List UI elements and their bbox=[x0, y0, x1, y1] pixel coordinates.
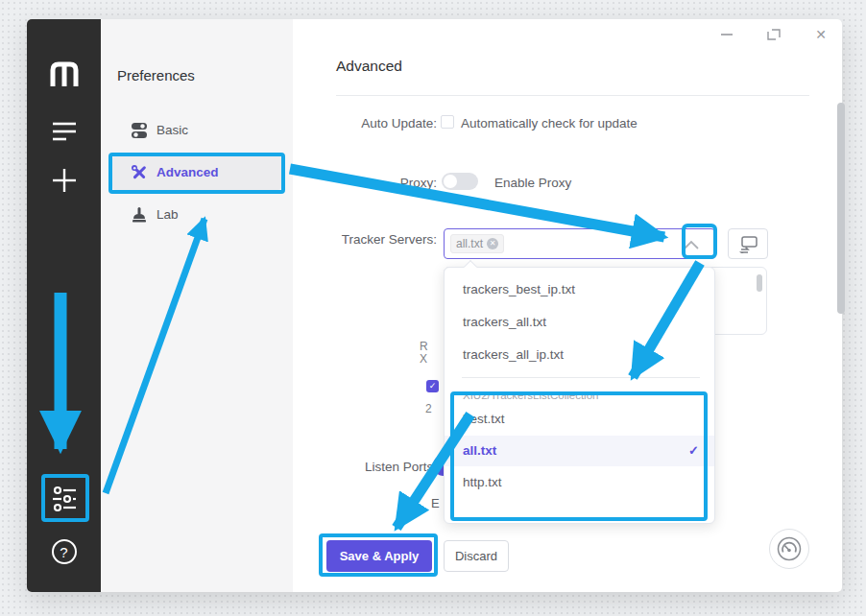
minimize-button[interactable] bbox=[718, 27, 735, 42]
lab-stamp-icon bbox=[130, 205, 149, 225]
title-divider bbox=[336, 95, 809, 96]
selected-tracker-tag: all.txt ✕ bbox=[450, 234, 504, 253]
speedometer-icon bbox=[777, 536, 802, 561]
nav-item-lab[interactable]: Lab bbox=[112, 198, 281, 232]
desktop-background: { "window": { "controls": { "minimize": … bbox=[0, 0, 866, 616]
auto-update-checkbox[interactable] bbox=[441, 115, 454, 129]
dropdown-group-label: XIU2/TrackersListCollection bbox=[445, 378, 714, 403]
tracker-select-dropdown: trackers_best_ip.txt trackers_all.txt tr… bbox=[444, 267, 715, 524]
hidden-text-fragment: X bbox=[420, 352, 427, 366]
motrix-logo-icon bbox=[48, 59, 81, 88]
nav-item-basic[interactable]: Basic bbox=[112, 113, 281, 148]
discard-button[interactable]: Discard bbox=[444, 540, 509, 572]
advanced-tools-icon bbox=[130, 163, 149, 182]
tracker-servers-label: Tracker Servers: bbox=[293, 232, 437, 247]
preferences-sliders-icon[interactable] bbox=[50, 486, 79, 512]
option-label: all.txt bbox=[463, 443, 496, 458]
tag-close-icon[interactable]: ✕ bbox=[487, 238, 498, 249]
hidden-checked-checkbox: ✓ bbox=[426, 380, 439, 392]
update-trackers-button[interactable] bbox=[728, 228, 768, 259]
preferences-nav-panel: Preferences Basic Advanced bbox=[101, 19, 293, 592]
sync-trackers-icon bbox=[739, 236, 758, 253]
tag-label: all.txt bbox=[456, 237, 483, 250]
nav-item-advanced[interactable]: Advanced bbox=[112, 155, 281, 190]
listen-ports-label: Listen Ports: bbox=[293, 460, 437, 474]
help-icon[interactable]: ? bbox=[52, 539, 77, 564]
textarea-scrollbar-thumb[interactable] bbox=[757, 274, 762, 292]
page-title: Advanced bbox=[336, 58, 402, 75]
save-apply-button[interactable]: Save & Apply bbox=[326, 540, 432, 572]
tracker-servers-select[interactable]: all.txt ✕ bbox=[444, 228, 715, 259]
dropdown-option-selected[interactable]: all.txt ✓ bbox=[445, 436, 714, 466]
auto-update-checkbox-label: Automatically check for update bbox=[461, 116, 637, 130]
speed-limit-button[interactable] bbox=[769, 529, 809, 569]
basic-toggles-icon bbox=[130, 121, 149, 140]
check-icon: ✓ bbox=[688, 436, 699, 466]
maximize-button[interactable] bbox=[765, 27, 782, 42]
auto-update-label: Auto Update: bbox=[293, 116, 437, 130]
dropdown-option[interactable]: trackers_all.txt bbox=[445, 306, 714, 339]
add-task-icon[interactable] bbox=[51, 167, 78, 194]
dropdown-option[interactable]: best.txt bbox=[445, 403, 714, 436]
hidden-text-fragment: E bbox=[431, 496, 440, 510]
page-scrollbar-thumb[interactable] bbox=[837, 103, 845, 314]
app-window: ? Preferences Basic Advanced bbox=[27, 19, 842, 592]
proxy-toggle-label: Enable Proxy bbox=[494, 176, 571, 190]
toggle-knob bbox=[444, 175, 457, 188]
nav-label-lab: Lab bbox=[156, 207, 179, 222]
proxy-label: Proxy: bbox=[293, 176, 437, 190]
dropdown-notch bbox=[464, 260, 477, 273]
hidden-text-fragment: R bbox=[420, 340, 428, 353]
chevron-up-icon[interactable] bbox=[684, 240, 699, 250]
hidden-text-fragment: 2 bbox=[425, 402, 432, 415]
dropdown-option[interactable]: trackers_best_ip.txt bbox=[445, 273, 714, 306]
close-button[interactable]: ✕ bbox=[812, 27, 830, 42]
nav-label-basic: Basic bbox=[156, 123, 188, 137]
proxy-toggle[interactable] bbox=[442, 173, 478, 190]
task-list-icon[interactable] bbox=[51, 121, 78, 142]
dropdown-option[interactable]: http.txt bbox=[445, 466, 714, 499]
dropdown-option[interactable]: trackers_all_ip.txt bbox=[445, 339, 714, 371]
app-sidebar: ? bbox=[27, 19, 101, 592]
nav-label-advanced: Advanced bbox=[156, 165, 219, 179]
panel-title: Preferences bbox=[117, 67, 195, 83]
